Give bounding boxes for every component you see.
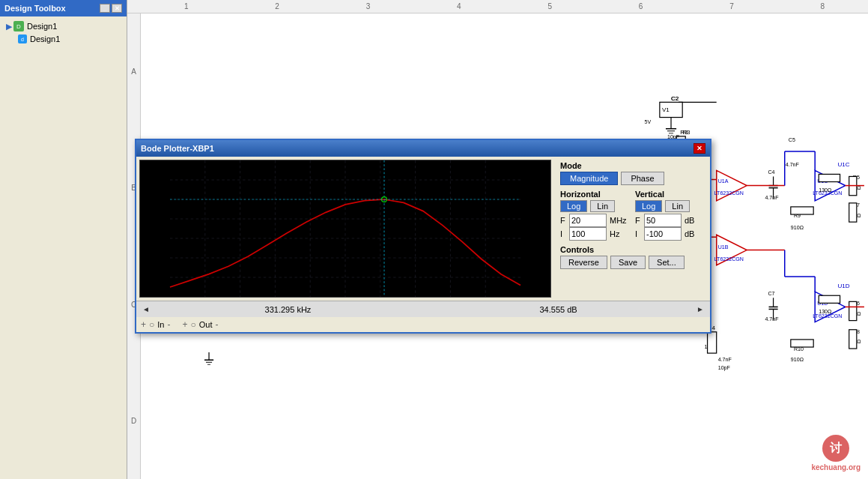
tree-root-item[interactable]: ▶ D Design1 (3, 19, 124, 33)
vertical-log-lin-row: Log Lin (635, 200, 704, 212)
svg-rect-112 (849, 330, 857, 349)
reverse-btn[interactable]: Reverse (560, 256, 607, 269)
svg-text:130Ω: 130Ω (819, 187, 831, 193)
tree-sub-label: Design1 (30, 34, 60, 43)
svg-text:4.7nF: 4.7nF (718, 357, 732, 363)
svg-text:U1C: U1C (838, 161, 850, 168)
vertical-log-btn[interactable]: Log (635, 200, 662, 212)
svg-text:R3: R3 (680, 129, 688, 136)
horizontal-section: Horizontal Log Lin F MHz (560, 190, 629, 241)
controls-section: Controls Reverse Save Set... (560, 245, 704, 269)
save-btn[interactable]: Save (610, 256, 646, 269)
svg-text:910Ω: 910Ω (791, 225, 804, 231)
svg-text:C2: C2 (671, 95, 679, 102)
row-a: A (127, 13, 140, 130)
close-panel-btn[interactable]: ✕ (112, 4, 122, 13)
main-area: Design Toolbox _ ✕ ▶ D Design1 d Design1 (0, 0, 868, 479)
col-ruler: 1 2 3 4 5 6 7 8 (127, 0, 868, 13)
phase-btn[interactable]: Phase (621, 172, 664, 185)
bode-content: Mode Magnitude Phase Horizontal (136, 157, 710, 301)
svg-text:910Ω: 910Ω (791, 357, 804, 363)
horizontal-i-row: I Hz (560, 227, 629, 241)
svg-rect-100 (819, 295, 840, 303)
vertical-i-input[interactable] (644, 227, 682, 241)
vertical-f-input[interactable] (644, 214, 682, 227)
svg-text:130Ω: 130Ω (819, 309, 831, 315)
bode-title: Bode Plotter-XBP1 (141, 144, 694, 153)
tree-arrow: ▶ (6, 22, 12, 31)
circle-out-icon: ○ (190, 319, 195, 330)
col-1: 1 (141, 0, 231, 13)
schematic-area: 1 2 3 4 5 6 7 8 A B C D (127, 0, 868, 479)
tree-root-label: Design1 (27, 22, 57, 31)
vertical-lin-btn[interactable]: Lin (665, 200, 690, 212)
svg-text:5V: 5V (645, 119, 652, 125)
set-btn[interactable]: Set... (649, 256, 685, 269)
horizontal-lin-btn[interactable]: Lin (590, 200, 615, 212)
watermark: 讨 kechuang.org (811, 435, 861, 472)
bode-plotter-window: Bode Plotter-XBP1 ✕ (135, 139, 711, 334)
magnitude-btn[interactable]: Magnitude (560, 172, 618, 185)
controls-label: Controls (560, 245, 704, 254)
right-arrow-btn[interactable]: ► (694, 305, 707, 313)
mode-label: Mode (560, 161, 704, 170)
horizontal-i-label: I (560, 229, 566, 238)
left-arrow-btn[interactable]: ◄ (139, 305, 153, 313)
vertical-i-row: I dB (635, 227, 704, 241)
vertical-f-label: F (635, 216, 641, 225)
vertical-section: Vertical Log Lin F dB (635, 190, 704, 241)
svg-rect-106 (849, 301, 857, 320)
horizontal-log-btn[interactable]: Log (560, 200, 587, 212)
svg-text:LT6232CGN: LT6232CGN (714, 256, 744, 262)
col-6: 6 (595, 0, 686, 13)
horizontal-f-label: F (560, 216, 566, 225)
svg-text:4.7nF: 4.7nF (786, 162, 800, 168)
col-7: 7 (686, 0, 777, 13)
horizontal-f-row: F MHz (560, 214, 629, 227)
minus-in-icon: - (167, 319, 170, 330)
horizontal-i-input[interactable] (569, 227, 607, 241)
col-3: 3 (323, 0, 413, 13)
svg-marker-56 (717, 170, 747, 200)
svg-rect-109 (849, 203, 857, 222)
vertical-i-unit: dB (685, 229, 694, 238)
col-4: 4 (413, 0, 504, 13)
minimize-btn[interactable]: _ (100, 4, 110, 13)
tree-root-icon: D (13, 21, 24, 31)
bode-titlebar[interactable]: Bode Plotter-XBP1 ✕ (136, 140, 710, 157)
horizontal-label: Horizontal (560, 190, 629, 199)
bode-plot (139, 160, 551, 298)
horizontal-f-input[interactable] (569, 214, 607, 227)
col-8: 8 (777, 0, 868, 13)
svg-text:C5: C5 (789, 137, 795, 143)
app-container: Design Toolbox _ ✕ ▶ D Design1 d Design1 (0, 0, 868, 479)
circle-in-icon: ○ (149, 319, 154, 330)
col-5: 5 (505, 0, 595, 13)
left-panel-title-text: Design Toolbox (4, 4, 66, 13)
svg-rect-91 (791, 207, 813, 214)
left-panel: Design Toolbox _ ✕ ▶ D Design1 d Design1 (0, 0, 127, 479)
horizontal-i-unit: Hz (610, 229, 619, 238)
tree-sub-item[interactable]: d Design1 (3, 33, 124, 45)
svg-text:U1A: U1A (718, 178, 729, 184)
vertical-f-row: F dB (635, 214, 704, 227)
svg-text:U1D: U1D (838, 283, 850, 289)
col-2: 2 (231, 0, 322, 13)
design-tree: ▶ D Design1 d Design1 (0, 16, 127, 48)
status-db: 34.555 dB (423, 305, 694, 314)
out-label: Out (199, 320, 213, 329)
vertical-f-unit: dB (685, 216, 694, 225)
plus-in-icon: + (141, 319, 146, 330)
plus-out-icon: + (182, 319, 187, 330)
controls-buttons-row: Reverse Save Set... (560, 256, 704, 269)
svg-rect-94 (791, 340, 813, 347)
horizontal-log-lin-row: Log Lin (560, 200, 629, 212)
svg-text:U1B: U1B (718, 244, 729, 250)
bode-io-bar: + ○ In - + ○ Out - (136, 317, 710, 332)
watermark-site: kechuang.org (811, 463, 861, 472)
svg-text:4.7nF: 4.7nF (765, 316, 779, 322)
bode-close-btn[interactable]: ✕ (694, 143, 705, 154)
svg-rect-86 (708, 332, 717, 353)
vertical-label: Vertical (635, 190, 704, 199)
svg-rect-97 (819, 174, 840, 181)
